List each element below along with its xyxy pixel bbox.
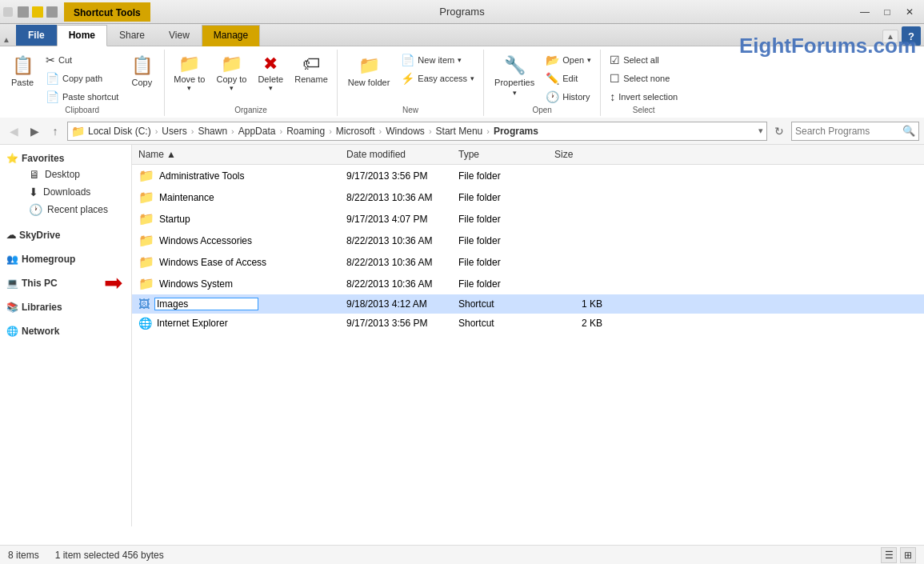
breadcrumb-appdata[interactable]: AppData	[237, 125, 278, 138]
sidebar-homegroup-header[interactable]: 👥 Homegroup	[0, 249, 131, 266]
copy-to-button[interactable]: 📁 Copy to ▾	[212, 51, 250, 94]
breadcrumb-users[interactable]: Users	[160, 125, 188, 138]
tab-share[interactable]: Share	[107, 25, 157, 46]
copy-button[interactable]: 📋 Copy	[124, 51, 159, 91]
cut-button[interactable]: ✂ Cut	[42, 51, 122, 69]
libraries-label: Libraries	[22, 302, 62, 313]
up-button[interactable]: ↑	[46, 122, 64, 140]
breadcrumb-sep-1: ›	[155, 126, 158, 136]
sidebar-thispc-header[interactable]: 💻 This PC	[0, 273, 131, 290]
details-view-button[interactable]: ☰	[881, 547, 897, 563]
sidebar-favorites-header[interactable]: ⭐ Favorites	[0, 148, 131, 166]
minimize-button[interactable]: —	[854, 3, 876, 21]
address-dropdown-icon[interactable]: ▾	[758, 126, 763, 136]
breadcrumb-microsoft[interactable]: Microsoft	[334, 125, 377, 138]
delete-button[interactable]: ✖ Delete ▾	[254, 51, 287, 94]
new-item-button[interactable]: 📄 New item ▾	[397, 51, 478, 69]
manage-tab-active[interactable]: Shortcut Tools	[64, 2, 150, 22]
breadcrumb-startmenu[interactable]: Start Menu	[434, 125, 485, 138]
file-row-winease[interactable]: 📁 Windows Ease of Access 8/22/2013 10:36…	[132, 251, 924, 273]
copy-path-button[interactable]: 📄 Copy path	[42, 70, 122, 87]
search-input[interactable]	[795, 126, 902, 137]
close-button[interactable]: ✕	[898, 3, 921, 21]
paste-button[interactable]: 📋 Paste	[5, 51, 40, 91]
history-button[interactable]: 🕐 History	[542, 88, 595, 106]
edit-button[interactable]: ✏️ Edit	[542, 70, 595, 87]
recent-label: Recent places	[47, 204, 108, 215]
sidebar-item-downloads[interactable]: ⬇ Downloads	[0, 183, 131, 201]
col-header-name[interactable]: Name ▲	[132, 146, 340, 162]
open-button[interactable]: 📂 Open ▾	[542, 51, 595, 69]
breadcrumb-localdisk[interactable]: Local Disk (C:)	[86, 125, 153, 138]
file-size-startup	[548, 218, 612, 221]
select-none-button[interactable]: ☐ Select none	[606, 70, 682, 87]
back-button[interactable]: ◀	[5, 122, 22, 140]
breadcrumb-windows[interactable]: Windows	[384, 125, 426, 138]
new-folder-label: New folder	[348, 78, 390, 87]
rename-button[interactable]: 🏷 Rename	[290, 51, 332, 86]
history-label: History	[562, 92, 590, 102]
downloads-label: Downloads	[43, 186, 90, 198]
ribbon-group-clipboard: 📋 Paste ✂ Cut 📄 Copy path 📄 Paste shortc…	[0, 50, 165, 116]
paste-shortcut-button[interactable]: 📄 Paste shortcut	[42, 88, 122, 106]
sidebar-libraries-header[interactable]: 📚 Libraries	[0, 297, 131, 314]
rename-input-images[interactable]	[154, 298, 258, 310]
collapse-ribbon-button[interactable]: ▲	[882, 30, 898, 43]
file-row-ie[interactable]: 🌐 Internet Explorer 9/17/2013 3:56 PM Sh…	[132, 314, 924, 333]
file-size-winsys	[548, 282, 612, 286]
file-date-images: 9/18/2013 4:12 AM	[340, 297, 452, 311]
help-button[interactable]: ?	[902, 26, 921, 46]
clipboard-content: 📋 Paste ✂ Cut 📄 Copy path 📄 Paste shortc…	[5, 51, 159, 106]
maximize-button[interactable]: □	[876, 3, 898, 21]
breadcrumb-programs[interactable]: Programs	[492, 125, 540, 138]
col-name-label: Name	[138, 149, 164, 160]
select-none-icon: ☐	[610, 72, 620, 85]
tab-manage[interactable]: Manage	[202, 25, 260, 46]
address-bar[interactable]: 📁 Local Disk (C:) › Users › Shawn › AppD…	[67, 122, 767, 141]
sidebar-item-desktop[interactable]: 🖥 Desktop	[0, 166, 131, 183]
col-header-date[interactable]: Date modified	[340, 146, 452, 162]
easy-access-arrow: ▾	[470, 74, 474, 82]
file-row-images[interactable]: 🖼 9/18/2013 4:12 AM Shortcut 1 KB	[132, 294, 924, 314]
properties-button[interactable]: 🔧 Properties ▾	[489, 51, 540, 101]
col-header-size[interactable]: Size	[548, 146, 612, 162]
dropdown-arrow-icon	[46, 6, 58, 18]
new-folder-button[interactable]: 📁 New folder	[342, 51, 396, 91]
title-bar-icons	[3, 6, 58, 18]
sidebar-skydrive-header[interactable]: ☁ SkyDrive	[0, 225, 131, 242]
file-name-admintools: 📁 Administrative Tools	[132, 166, 340, 185]
breadcrumb-roaming[interactable]: Roaming	[285, 125, 326, 138]
new-item-arrow: ▾	[458, 56, 462, 64]
file-row-startup[interactable]: 📁 Startup 9/17/2013 4:07 PM File folder	[132, 208, 924, 230]
new-item-icon: 📄	[401, 54, 414, 66]
file-type-winacc: File folder	[452, 234, 548, 248]
tab-view[interactable]: View	[157, 25, 202, 46]
file-row-maintenance[interactable]: 📁 Maintenance 8/22/2013 10:36 AM File fo…	[132, 186, 924, 208]
network-label: Network	[22, 326, 59, 337]
favorites-label: Favorites	[22, 153, 64, 164]
file-row-winacc[interactable]: 📁 Windows Accessories 8/22/2013 10:36 AM…	[132, 230, 924, 251]
file-name-winsys: 📁 Windows System	[132, 274, 340, 293]
sidebar: ⭐ Favorites 🖥 Desktop ⬇ Downloads 🕐 Rece…	[0, 145, 132, 526]
file-row-admintools[interactable]: 📁 Administrative Tools 9/17/2013 3:56 PM…	[132, 165, 924, 186]
refresh-button[interactable]: ↻	[770, 122, 788, 140]
move-icon: 📁	[178, 54, 200, 74]
breadcrumb-shawn[interactable]: Shawn	[196, 125, 229, 138]
sidebar-network-header[interactable]: 🌐 Network	[0, 321, 131, 338]
move-to-button[interactable]: 📁 Move to ▾	[170, 51, 209, 94]
large-icons-button[interactable]: ⊞	[900, 547, 916, 563]
sidebar-item-recent[interactable]: 🕐 Recent places	[0, 201, 131, 218]
select-all-button[interactable]: ☑ Select all	[606, 51, 682, 69]
invert-selection-button[interactable]: ↕ Invert selection	[606, 88, 682, 106]
tab-file[interactable]: File	[16, 25, 57, 46]
forward-button[interactable]: ▶	[26, 122, 43, 140]
tab-home[interactable]: Home	[57, 25, 107, 46]
organize-label: Organize	[234, 106, 267, 116]
easy-access-button[interactable]: ⚡ Easy access ▾	[397, 70, 478, 87]
easy-access-label: Easy access	[418, 74, 467, 83]
thispc-icon: 💻	[6, 278, 18, 289]
col-header-type[interactable]: Type	[452, 146, 548, 162]
file-row-winsys[interactable]: 📁 Windows System 8/22/2013 10:36 AM File…	[132, 273, 924, 294]
window-icon	[3, 7, 13, 17]
copy-label: Copy	[131, 78, 152, 87]
